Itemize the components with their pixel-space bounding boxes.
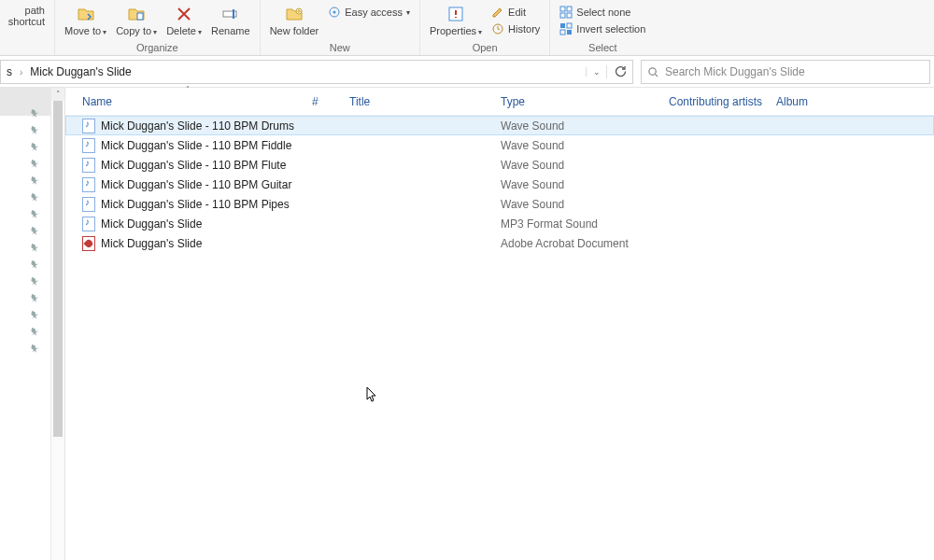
svg-rect-11	[567, 13, 572, 18]
column-header-artists[interactable]: Contributing artists	[659, 88, 767, 115]
ribbon: path shortcut Move to▾ Copy to▾	[0, 0, 934, 56]
select-none-button[interactable]: Select none	[556, 5, 649, 20]
svg-point-16	[649, 67, 656, 74]
pin-icon	[28, 258, 41, 271]
file-row[interactable]: Mick Duggan's Slide - 110 BPM FluteWave …	[65, 155, 934, 175]
column-header-album[interactable]: Album	[767, 88, 934, 115]
file-name-label: Mick Duggan's Slide	[101, 237, 202, 250]
invert-selection-button[interactable]: Invert selection	[556, 21, 649, 36]
nav-selected-item[interactable]	[0, 88, 50, 116]
file-row[interactable]: Mick Duggan's SlideAdobe Acrobat Documen…	[65, 233, 934, 253]
svg-point-5	[333, 11, 336, 14]
audio-file-icon	[82, 197, 95, 212]
edit-button[interactable]: Edit	[488, 5, 544, 20]
file-type-label: MP3 Format Sound	[491, 217, 659, 231]
pin-icon	[28, 123, 41, 136]
search-icon	[647, 66, 659, 78]
file-list[interactable]: Mick Duggan's Slide - 110 BPM DrumsWave …	[65, 116, 934, 560]
move-to-button[interactable]: Move to▾	[61, 5, 110, 38]
breadcrumb-segment[interactable]: s	[1, 61, 18, 83]
easy-access-button[interactable]: Easy access ▾	[324, 5, 414, 20]
search-box[interactable]	[641, 60, 930, 84]
pin-icon	[28, 190, 41, 203]
copy-path-button[interactable]: path shortcut	[0, 5, 49, 27]
svg-rect-9	[567, 7, 572, 11]
navigation-pane[interactable]: ˄	[0, 88, 65, 560]
ribbon-group-select: Select none Invert selection Select	[550, 0, 655, 55]
pin-icon	[28, 241, 41, 254]
copy-to-icon	[127, 5, 146, 23]
refresh-button[interactable]	[606, 65, 632, 78]
chevron-down-icon: ⌄	[593, 67, 601, 77]
ribbon-group-label: Organize	[136, 42, 178, 53]
pin-icon	[28, 308, 41, 321]
file-type-label: Wave Sound	[491, 139, 659, 152]
search-input[interactable]	[665, 65, 924, 78]
pin-icon	[28, 342, 41, 355]
audio-file-icon	[82, 119, 95, 133]
file-type-label: Wave Sound	[491, 159, 659, 172]
column-header-title[interactable]: Title	[340, 88, 491, 115]
ribbon-group-organize: Move to▾ Copy to▾ Delete▾ Rename	[55, 0, 261, 55]
copy-to-button[interactable]: Copy to▾	[112, 5, 161, 38]
file-type-label: Wave Sound	[491, 119, 659, 133]
history-icon	[491, 22, 504, 35]
file-name-label: Mick Duggan's Slide - 110 BPM Guitar	[101, 178, 291, 191]
column-header-type[interactable]: Type	[491, 88, 659, 115]
svg-rect-0	[137, 13, 143, 20]
delete-icon	[175, 5, 193, 23]
file-type-label: Wave Sound	[491, 178, 659, 191]
pin-icon	[28, 207, 41, 220]
ribbon-group-label: Open	[473, 42, 498, 53]
breadcrumb-segment-folder[interactable]: Mick Duggan's Slide	[24, 61, 136, 83]
rename-button[interactable]: Rename	[207, 5, 254, 36]
file-type-label: Wave Sound	[491, 198, 659, 211]
svg-rect-8	[560, 7, 565, 11]
chevron-down-icon: ▾	[406, 8, 410, 17]
file-list-pane: ˄ Name # Title Type Contributing artists…	[65, 88, 934, 560]
pin-icon	[28, 291, 41, 304]
select-none-icon	[559, 6, 573, 19]
svg-rect-15	[567, 30, 572, 35]
column-header-number[interactable]: #	[303, 88, 340, 115]
history-button[interactable]: History	[488, 21, 544, 36]
address-toolbar: s › Mick Duggan's Slide ⌄	[0, 56, 934, 88]
properties-button[interactable]: Properties▾	[426, 5, 486, 38]
file-row[interactable]: Mick Duggan's Slide - 110 BPM PipesWave …	[65, 194, 934, 214]
ribbon-group-new: New folder Easy access ▾ New	[261, 0, 420, 55]
pdf-file-icon	[82, 236, 95, 251]
pin-icon	[28, 174, 41, 187]
nav-scrollbar[interactable]: ˄	[50, 88, 64, 560]
file-row[interactable]: Mick Duggan's Slide - 110 BPM DrumsWave …	[65, 116, 934, 135]
file-name-label: Mick Duggan's Slide - 110 BPM Drums	[101, 119, 294, 133]
file-name-label: Mick Duggan's Slide - 110 BPM Flute	[101, 159, 286, 172]
file-name-label: Mick Duggan's Slide - 110 BPM Pipes	[101, 198, 290, 211]
rename-icon	[221, 5, 240, 23]
new-folder-button[interactable]: New folder	[266, 5, 323, 36]
scroll-up-button[interactable]: ˄	[51, 88, 64, 101]
scrollbar-thumb[interactable]	[53, 101, 63, 437]
audio-file-icon	[82, 158, 95, 173]
audio-file-icon	[82, 217, 95, 231]
delete-button[interactable]: Delete▾	[163, 5, 205, 38]
file-name-label: Mick Duggan's Slide - 110 BPM Fiddle	[101, 139, 291, 152]
address-history-dropdown[interactable]: ⌄	[586, 67, 606, 77]
file-row[interactable]: Mick Duggan's Slide - 110 BPM FiddleWave…	[65, 135, 934, 155]
chevron-right-icon[interactable]: ›	[18, 67, 24, 77]
file-row[interactable]: Mick Duggan's SlideMP3 Format Sound	[65, 214, 934, 233]
ribbon-group-label: New	[330, 42, 350, 53]
pin-icon	[28, 106, 41, 119]
svg-rect-13	[567, 23, 572, 28]
chevron-up-icon: ˄	[56, 90, 61, 99]
address-bar[interactable]: s › Mick Duggan's Slide ⌄	[0, 60, 633, 84]
easy-access-icon	[328, 6, 341, 19]
file-name-label: Mick Duggan's Slide	[101, 217, 202, 231]
move-to-icon	[77, 5, 95, 23]
edit-icon	[491, 6, 504, 19]
file-row[interactable]: Mick Duggan's Slide - 110 BPM GuitarWave…	[65, 175, 934, 194]
column-header-name[interactable]: ˄ Name	[73, 88, 303, 115]
ribbon-group-open: Properties▾ Edit History Open	[420, 0, 550, 55]
column-headers: ˄ Name # Title Type Contributing artists…	[65, 88, 934, 116]
audio-file-icon	[82, 177, 95, 192]
pin-icon	[28, 140, 41, 153]
